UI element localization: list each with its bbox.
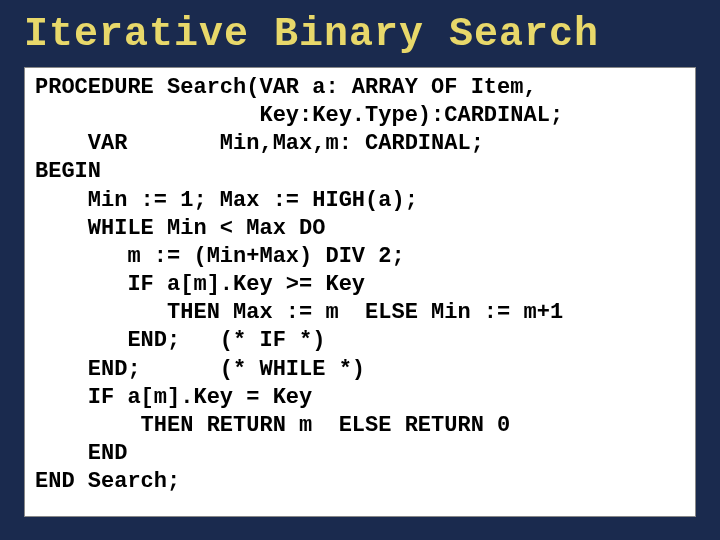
slide-title: Iterative Binary Search — [24, 12, 696, 57]
code-line: Key:Key.Type):CARDINAL; — [35, 103, 563, 128]
code-line: THEN RETURN m ELSE RETURN 0 — [35, 413, 510, 438]
slide: Iterative Binary Search PROCEDURE Search… — [0, 0, 720, 540]
code-box: PROCEDURE Search(VAR a: ARRAY OF Item, K… — [24, 67, 696, 517]
code-line: IF a[m].Key = Key — [35, 385, 312, 410]
code-line: THEN Max := m ELSE Min := m+1 — [35, 300, 563, 325]
code-line: Min := 1; Max := HIGH(a); — [35, 188, 418, 213]
code-line: PROCEDURE Search(VAR a: ARRAY OF Item, — [35, 75, 537, 100]
code-line: m := (Min+Max) DIV 2; — [35, 244, 405, 269]
code-line: WHILE Min < Max DO — [35, 216, 325, 241]
code-line: END — [35, 441, 127, 466]
code-line: VAR Min,Max,m: CARDINAL; — [35, 131, 484, 156]
code-block: PROCEDURE Search(VAR a: ARRAY OF Item, K… — [35, 74, 685, 496]
code-line: END; (* IF *) — [35, 328, 325, 353]
code-line: BEGIN — [35, 159, 101, 184]
code-line: END; (* WHILE *) — [35, 357, 365, 382]
code-line: END Search; — [35, 469, 180, 494]
code-line: IF a[m].Key >= Key — [35, 272, 365, 297]
